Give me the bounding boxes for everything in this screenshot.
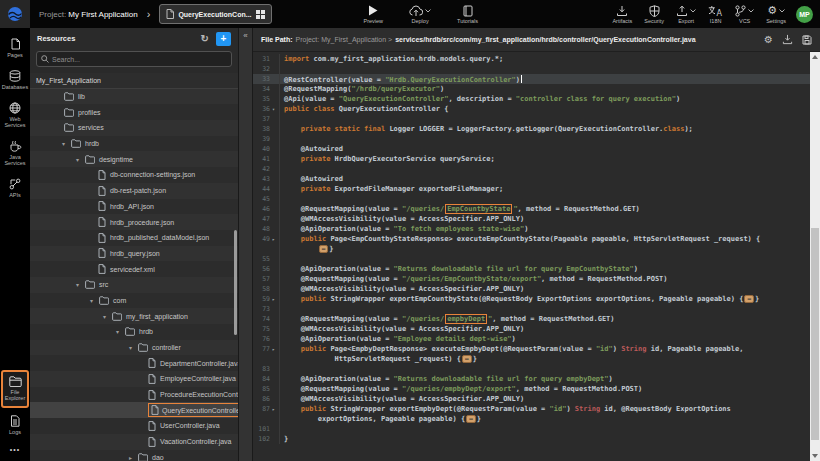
code-line-57[interactable]: 57 @RequestMapping(value = "/queries/Emp… — [253, 274, 810, 284]
scroll-down-arrow[interactable] — [812, 454, 818, 458]
tree-item-queryexecutioncontroller-java[interactable]: QueryExecutionController.java — [30, 402, 238, 418]
caret-down-icon[interactable]: ▾ — [76, 156, 85, 163]
security-button[interactable]: Security — [644, 5, 664, 24]
code-line-44[interactable]: 44 private ExportedFileManager exportedF… — [253, 184, 810, 194]
code-line-41[interactable]: 41 private HrdbQueryExecutorService quer… — [253, 154, 810, 164]
code-line-87[interactable]: 87▸ public StringWrapper exportEmpbyDept… — [253, 404, 810, 414]
code-line-47[interactable]: 47 @WMAccessVisibility(value = AccessSpe… — [253, 214, 810, 224]
tab-query-execution-controller[interactable]: QueryExecutionCon... — [159, 4, 271, 24]
export-button[interactable]: Export — [676, 5, 696, 24]
code-line-35[interactable]: 35@Api(value = "QueryExecutionController… — [253, 94, 810, 104]
tree-item-hrdb[interactable]: ▾hrdb — [30, 136, 238, 152]
code-line-37[interactable]: 37 — [253, 114, 810, 124]
tree-item-my-first-application[interactable]: My_First_Application — [30, 73, 238, 89]
code-line-49[interactable]: 49▸ public Page<EmpCountbyStateResponse>… — [253, 234, 810, 244]
code-line-cont[interactable]: exportOptions, Pageable pageable) {⋯} — [253, 414, 810, 424]
search-box[interactable] — [36, 51, 232, 67]
deploy-button[interactable]: Deploy — [409, 5, 431, 24]
folded-code-badge[interactable]: ⋯ — [744, 295, 754, 303]
resources-scrollbar[interactable] — [234, 230, 237, 335]
caret-down-icon[interactable]: ▾ — [129, 344, 138, 351]
search-input[interactable] — [52, 56, 227, 63]
fold-closed-icon[interactable]: ▸ — [272, 346, 279, 352]
caret-down-icon[interactable]: ▾ — [62, 140, 71, 147]
tree-item-hrdb-published-datamodel-json[interactable]: hrdb_published_dataModel.json — [30, 230, 238, 246]
code-line-45[interactable]: 45 — [253, 194, 810, 204]
code-line-43[interactable]: 43 @Autowired — [253, 174, 810, 184]
code-line-42[interactable]: 42 — [253, 164, 810, 174]
tree-item-hrdb-procedure-json[interactable]: hrdb_procedure.json — [30, 214, 238, 230]
code-line-39[interactable]: 39 — [253, 134, 810, 144]
code-line-48[interactable]: 48 @ApiOperation(value = "To fetch emplo… — [253, 224, 810, 234]
refresh-icon[interactable]: ↻ — [201, 34, 209, 44]
tree-item-servicedef-xml[interactable]: servicedef.xml — [30, 261, 238, 277]
code-line-86[interactable]: 86 @WMAccessVisibility(value = AccessSpe… — [253, 394, 810, 404]
caret-right-icon[interactable]: ▸ — [129, 454, 138, 461]
i18n-button[interactable]: AI18N — [708, 5, 723, 24]
rail-item-logs[interactable]: Logs — [1, 411, 29, 440]
code-line-cont[interactable]: ⋯} — [253, 244, 810, 254]
user-avatar[interactable]: MP — [796, 6, 813, 23]
tree-item-hrdb-query-json[interactable]: hrdb_query.json — [30, 246, 238, 262]
tree-item-designtime[interactable]: ▾designtime — [30, 151, 238, 167]
settings-button[interactable]: ⚙Settings — [766, 5, 786, 24]
folded-code-badge[interactable]: ⋯ — [466, 415, 476, 423]
artifacts-button[interactable]: Artifacts — [612, 5, 632, 24]
code-line-102[interactable]: 102} — [253, 434, 810, 444]
wavemaker-logo-icon[interactable] — [0, 0, 30, 28]
code-line-101[interactable]: 101 — [253, 424, 810, 434]
rail-item-file-explorer[interactable]: File Explorer — [1, 370, 29, 408]
tree-item-db-rest-patch-json[interactable]: db-rest-patch.json — [30, 183, 238, 199]
vcs-button[interactable]: VCS — [735, 5, 754, 24]
caret-down-icon[interactable]: ▾ — [103, 313, 112, 320]
tutorials-button[interactable]: Tutorials — [457, 5, 478, 24]
code-line-84[interactable]: 84 @ApiOperation(value = "Returns downlo… — [253, 374, 810, 384]
caret-down-icon[interactable]: ▾ — [90, 297, 99, 304]
fold-closed-icon[interactable]: ▸ — [272, 406, 279, 412]
folded-code-badge[interactable]: ⋯ — [462, 355, 472, 363]
save-file-icon[interactable] — [802, 35, 812, 45]
code-line-83[interactable]: 83 — [253, 364, 810, 374]
tree-item-com[interactable]: ▾com — [30, 293, 238, 309]
panel-collapse-strip[interactable]: « — [239, 28, 253, 461]
tree-item-vacationcontroller-java[interactable]: VacationController.java — [30, 434, 238, 450]
code-line-85[interactable]: 85 @RequestMapping(value = "/queries/emp… — [253, 384, 810, 394]
code-line-40[interactable]: 40 @Autowired — [253, 144, 810, 154]
tree-item-lib[interactable]: lib — [30, 89, 238, 105]
editor-settings-gear-icon[interactable]: ⚙ — [764, 35, 773, 45]
code-line-31[interactable]: 31import com.my_first_application.hrdb.m… — [253, 54, 810, 64]
collapse-panel-icon[interactable]: « — [243, 31, 247, 461]
tree-item-departmentcontroller-java[interactable]: DepartmentController.java — [30, 355, 238, 371]
code-line-76[interactable]: 76 @ApiOperation(value = "Employee detai… — [253, 334, 810, 344]
code-line-58[interactable]: 58 @WMAccessVisibility(value = AccessSpe… — [253, 284, 810, 294]
fold-open-icon[interactable]: ▾ — [272, 106, 279, 112]
editor-scrollbar[interactable] — [810, 52, 820, 461]
grid-icon[interactable] — [256, 10, 265, 19]
tree-item-controller[interactable]: ▾controller — [30, 340, 238, 356]
preview-button[interactable]: Preview — [364, 5, 384, 24]
tree-item-procedureexecutioncontroller-java[interactable]: ProcedureExecutionController.java — [30, 387, 238, 403]
tree-item-dao[interactable]: ▸dao — [30, 450, 238, 461]
tree-item-src[interactable]: ▾src — [30, 277, 238, 293]
tree-item-db-connection-settings-json[interactable]: db-connection-settings.json — [30, 167, 238, 183]
code-line-34[interactable]: 34@RequestMapping("/hrdb/queryExecutor") — [253, 84, 810, 94]
code-line-75[interactable]: 75 @WMAccessVisibility(value = AccessSpe… — [253, 324, 810, 334]
rail-item-more[interactable]: ••• — [1, 443, 29, 458]
code-line-73[interactable]: 73 — [253, 304, 810, 314]
tree-item-my-first-application[interactable]: ▾my_first_application — [30, 308, 238, 324]
add-resource-button[interactable]: + — [216, 32, 231, 46]
caret-down-icon[interactable]: ▾ — [76, 281, 85, 288]
code-editor[interactable]: 31import com.my_first_application.hrdb.m… — [253, 52, 820, 461]
rail-item-apis[interactable]: APIs — [1, 174, 29, 203]
code-line-56[interactable]: 56 @ApiOperation(value = "Returns downlo… — [253, 264, 810, 274]
rail-item-web-services[interactable]: Web Services — [1, 98, 29, 133]
fold-closed-icon[interactable]: ▸ — [272, 236, 279, 242]
code-line-cont[interactable]: HttpServletRequest _request) {⋯} — [253, 354, 810, 364]
scrollbar-thumb[interactable] — [811, 228, 819, 440]
code-line-46[interactable]: 46 @RequestMapping(value = "/queries/Emp… — [253, 204, 810, 214]
tree-item-services[interactable]: services — [30, 120, 238, 136]
rail-item-pages[interactable]: Pages — [1, 34, 29, 63]
rail-item-java-services[interactable]: Java Services — [1, 136, 29, 171]
tree-item-profiles[interactable]: profiles — [30, 104, 238, 120]
code-line-59[interactable]: 59▸ public StringWrapper exportEmpCountb… — [253, 294, 810, 304]
